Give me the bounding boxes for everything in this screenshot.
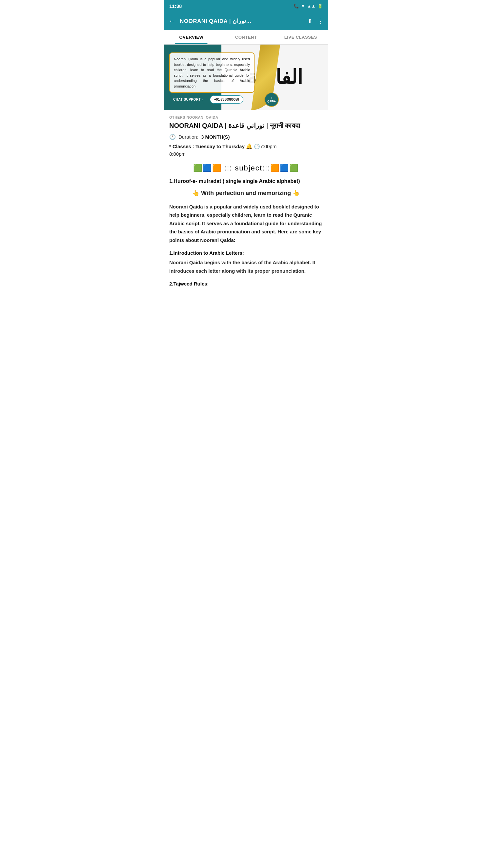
hero-chat-support: CHAT SUPPORT › +91-7880980058 bbox=[169, 96, 243, 104]
app-bar-title: NOORANI QAIDA | نوران... bbox=[180, 18, 303, 25]
status-icons: 📞 ▼ ▲▲ 🔋 bbox=[294, 4, 323, 8]
description-text: Noorani Qaida is a popular and widely us… bbox=[169, 203, 323, 244]
subject-row: 🟩🟦🟧 ::: subject:::🟧🟦🟩 bbox=[169, 164, 323, 173]
memorizing-row: 👆 With perfection and memorizing 👆 bbox=[169, 189, 323, 197]
hero-description-text: Noorani Qaida is a popular and widely us… bbox=[174, 57, 250, 88]
subject-emojis: 🟩🟦🟧 ::: subject:::🟧🟦🟩 bbox=[193, 164, 299, 172]
duration-value: 3 MONTH(S) bbox=[201, 134, 230, 140]
huroof-title: 1.Huroof-e- mufradat ( single single Ara… bbox=[169, 178, 323, 185]
classes-time: 🕐7:00pm bbox=[254, 143, 276, 149]
back-button[interactable]: ← bbox=[169, 17, 176, 25]
chat-chevron-icon: › bbox=[202, 98, 203, 101]
app-bar: ← NOORANI QAIDA | نوران... ⬆ ⋮ bbox=[164, 12, 328, 30]
hero-banner: الفاتحة Noorani Qaida is a popular and w… bbox=[164, 45, 328, 110]
phone-icon: 📞 bbox=[294, 4, 299, 8]
classes-row: * Classes : Tuesday to Thursday 🔔 🕐7:00p… bbox=[169, 142, 323, 158]
course-title: NOORANI QAIDA | نوراني قاعدة | नूरानी का… bbox=[169, 121, 323, 130]
tab-overview[interactable]: OVERVIEW bbox=[164, 30, 219, 44]
alarm-icon: 🔔 bbox=[246, 143, 252, 149]
more-options-button[interactable]: ⋮ bbox=[318, 17, 323, 25]
app-bar-actions: ⬆ ⋮ bbox=[308, 17, 323, 25]
share-button[interactable]: ⬆ bbox=[308, 17, 312, 25]
wifi-icon: ▼ bbox=[301, 4, 305, 8]
hero-description-box: Noorani Qaida is a popular and widely us… bbox=[169, 52, 254, 93]
section-title-2: 2.Tajweed Rules: bbox=[169, 281, 323, 287]
battery-icon: 🔋 bbox=[318, 4, 323, 8]
section-title-1: 1.Introduction to Arabic Letters: bbox=[169, 250, 323, 256]
signal-icon: ▲▲ bbox=[307, 4, 316, 8]
status-time: 11:38 bbox=[169, 3, 182, 9]
phone-number: +91-7880980058 bbox=[210, 96, 243, 104]
tab-live-classes[interactable]: LIVE CLASSES bbox=[273, 30, 328, 44]
hero-logo: ✦QAIDA bbox=[264, 93, 279, 107]
section-body-1: Noorani Qaida begins with the basics of … bbox=[169, 258, 323, 275]
clock-icon: 🕐 bbox=[169, 134, 176, 140]
category-label: OTHERS NOORANI QAIDA bbox=[169, 115, 323, 119]
duration-row: 🕐 Duration: 3 MONTH(S) bbox=[169, 134, 323, 140]
duration-label: Duration: bbox=[178, 134, 198, 140]
classes-end-time: 8:00pm bbox=[169, 151, 186, 157]
main-content: OTHERS NOORANI QAIDA NOORANI QAIDA | نور… bbox=[164, 110, 328, 298]
classes-prefix: * Classes : Tuesday to Thursday bbox=[169, 143, 245, 149]
chat-support-button[interactable]: CHAT SUPPORT › bbox=[169, 96, 207, 104]
status-bar: 11:38 📞 ▼ ▲▲ 🔋 bbox=[164, 0, 328, 12]
tab-content[interactable]: CONTENT bbox=[219, 30, 274, 44]
tabs-bar: OVERVIEW CONTENT LIVE CLASSES bbox=[164, 30, 328, 45]
